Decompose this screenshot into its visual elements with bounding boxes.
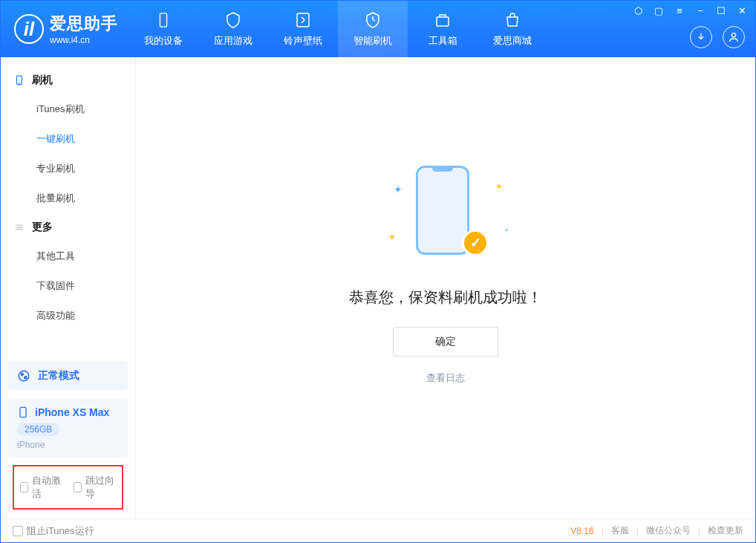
sidebar-section-flash: 刷机 bbox=[1, 66, 135, 94]
tab-icon bbox=[503, 10, 522, 30]
logo-text: 爱思助手 www.i4.cn bbox=[50, 13, 118, 45]
header-tab-2[interactable]: 铃声壁纸 bbox=[268, 1, 338, 57]
checkbox-icon bbox=[13, 526, 23, 536]
tab-label: 智能刷机 bbox=[353, 34, 392, 48]
header-tab-3[interactable]: 智能刷机 bbox=[338, 1, 408, 57]
skip-guide-label: 跳过向导 bbox=[85, 474, 116, 501]
confirm-button[interactable]: 确定 bbox=[393, 327, 498, 357]
device-storage: 256GB bbox=[17, 423, 59, 436]
sidebar-item[interactable]: 高级功能 bbox=[1, 301, 135, 331]
main-panel: ✓ ✦ ✦ ✦ • 恭喜您，保资料刷机成功啦！ 确定 查看日志 bbox=[136, 57, 755, 518]
logo-area: il 爱思助手 www.i4.cn bbox=[1, 1, 128, 57]
sidebar-list-1: iTunes刷机一键刷机专业刷机批量刷机 bbox=[1, 94, 135, 213]
checkbox-icon bbox=[20, 482, 28, 492]
mode-icon bbox=[17, 369, 30, 383]
sidebar-section2-title: 更多 bbox=[32, 221, 53, 234]
close-icon[interactable]: ✕ bbox=[736, 5, 748, 16]
sidebar: 刷机 iTunes刷机一键刷机专业刷机批量刷机 更多 其他工具下载固件高级功能 … bbox=[1, 57, 136, 518]
lock-icon[interactable]: ▢ bbox=[653, 5, 665, 16]
tab-icon bbox=[363, 10, 382, 30]
sparkle-icon: ✦ bbox=[495, 181, 504, 192]
list-icon bbox=[14, 222, 25, 233]
view-log-link[interactable]: 查看日志 bbox=[426, 371, 465, 385]
sidebar-item[interactable]: 下载固件 bbox=[1, 271, 135, 301]
sidebar-item[interactable]: 一键刷机 bbox=[1, 124, 135, 154]
footer-link-support[interactable]: 客服 bbox=[611, 524, 629, 537]
minimize-icon[interactable]: − bbox=[694, 5, 706, 16]
content-body: 刷机 iTunes刷机一键刷机专业刷机批量刷机 更多 其他工具下载固件高级功能 … bbox=[1, 57, 755, 518]
header-tab-1[interactable]: 应用游戏 bbox=[198, 1, 268, 57]
device-card[interactable]: iPhone XS Max 256GB iPhone bbox=[8, 399, 128, 458]
tab-label: 工具箱 bbox=[428, 34, 457, 48]
svg-point-10 bbox=[21, 373, 23, 375]
sidebar-item[interactable]: iTunes刷机 bbox=[1, 94, 135, 124]
window-controls: ⬡ ▢ ≡ − ☐ ✕ bbox=[632, 5, 748, 16]
svg-point-11 bbox=[25, 377, 27, 379]
sidebar-list-2: 其他工具下载固件高级功能 bbox=[1, 241, 135, 331]
maximize-icon[interactable]: ☐ bbox=[715, 5, 727, 16]
footer-right: V8.16 | 客服 | 微信公众号 | 检查更新 bbox=[570, 524, 743, 537]
header-tab-5[interactable]: 爱思商城 bbox=[478, 1, 547, 57]
header-tabs: 我的设备应用游戏铃声壁纸智能刷机工具箱爱思商城 bbox=[128, 1, 547, 57]
menu-icon[interactable]: ≡ bbox=[674, 5, 685, 16]
device-type: iPhone bbox=[17, 440, 119, 450]
success-message: 恭喜您，保资料刷机成功啦！ bbox=[349, 287, 542, 308]
mode-card[interactable]: 正常模式 bbox=[8, 362, 128, 390]
check-badge-icon: ✓ bbox=[462, 230, 489, 256]
svg-rect-0 bbox=[160, 13, 166, 27]
auto-activate-checkbox[interactable]: 自动激活 bbox=[20, 474, 63, 501]
tab-label: 铃声壁纸 bbox=[284, 34, 322, 48]
logo-icon: il bbox=[14, 14, 44, 44]
app-title: 爱思助手 bbox=[50, 13, 118, 35]
checkbox-icon bbox=[74, 482, 82, 492]
svg-rect-2 bbox=[437, 17, 449, 26]
tab-icon bbox=[433, 10, 452, 30]
device-name: iPhone XS Max bbox=[35, 406, 109, 418]
tab-label: 爱思商城 bbox=[493, 34, 532, 48]
shirt-icon[interactable]: ⬡ bbox=[632, 5, 644, 16]
tab-icon bbox=[154, 10, 173, 30]
svg-rect-12 bbox=[20, 407, 26, 417]
sparkle-icon: ✦ bbox=[394, 183, 403, 195]
options-highlight-box: 自动激活 跳过向导 bbox=[13, 465, 123, 510]
tab-icon bbox=[224, 10, 243, 30]
version-label: V8.16 bbox=[570, 526, 593, 536]
header-tab-4[interactable]: 工具箱 bbox=[408, 1, 478, 57]
footer-link-wechat[interactable]: 微信公众号 bbox=[646, 524, 691, 537]
mode-label: 正常模式 bbox=[38, 369, 79, 383]
sparkle-icon: ✦ bbox=[388, 231, 397, 243]
footer: 阻止iTunes运行 V8.16 | 客服 | 微信公众号 | 检查更新 bbox=[1, 518, 755, 542]
download-icon[interactable] bbox=[690, 26, 712, 48]
app-subtitle: www.i4.cn bbox=[50, 35, 118, 45]
svg-point-9 bbox=[19, 371, 29, 381]
sidebar-section-more: 更多 bbox=[1, 213, 135, 241]
auto-activate-label: 自动激活 bbox=[32, 474, 62, 501]
sidebar-item[interactable]: 其他工具 bbox=[1, 241, 135, 271]
tab-icon bbox=[293, 10, 313, 30]
app-header: il 爱思助手 www.i4.cn 我的设备应用游戏铃声壁纸智能刷机工具箱爱思商… bbox=[1, 1, 755, 57]
svg-rect-1 bbox=[297, 13, 309, 27]
sidebar-section1-title: 刷机 bbox=[32, 74, 53, 87]
block-itunes-label: 阻止iTunes运行 bbox=[27, 524, 94, 538]
phone-icon bbox=[14, 75, 25, 85]
tab-label: 应用游戏 bbox=[214, 34, 252, 48]
device-name-row: iPhone XS Max bbox=[17, 406, 119, 418]
skip-guide-checkbox[interactable]: 跳过向导 bbox=[74, 474, 117, 501]
svg-point-3 bbox=[731, 33, 735, 37]
block-itunes-checkbox[interactable]: 阻止iTunes运行 bbox=[13, 524, 94, 538]
header-tab-0[interactable]: 我的设备 bbox=[128, 1, 198, 57]
success-illustration: ✓ ✦ ✦ ✦ • bbox=[371, 161, 520, 265]
tab-label: 我的设备 bbox=[144, 34, 183, 48]
header-right-actions bbox=[690, 26, 745, 48]
footer-left: 阻止iTunes运行 bbox=[13, 524, 94, 538]
user-icon[interactable] bbox=[723, 26, 745, 48]
device-icon bbox=[17, 406, 29, 418]
footer-link-update[interactable]: 检查更新 bbox=[708, 524, 743, 537]
sidebar-item[interactable]: 专业刷机 bbox=[1, 154, 135, 183]
sidebar-item[interactable]: 批量刷机 bbox=[1, 183, 135, 213]
sparkle-icon: • bbox=[505, 226, 508, 234]
device-area: 正常模式 iPhone XS Max 256GB iPhone 自动激活 跳过向… bbox=[1, 362, 135, 518]
